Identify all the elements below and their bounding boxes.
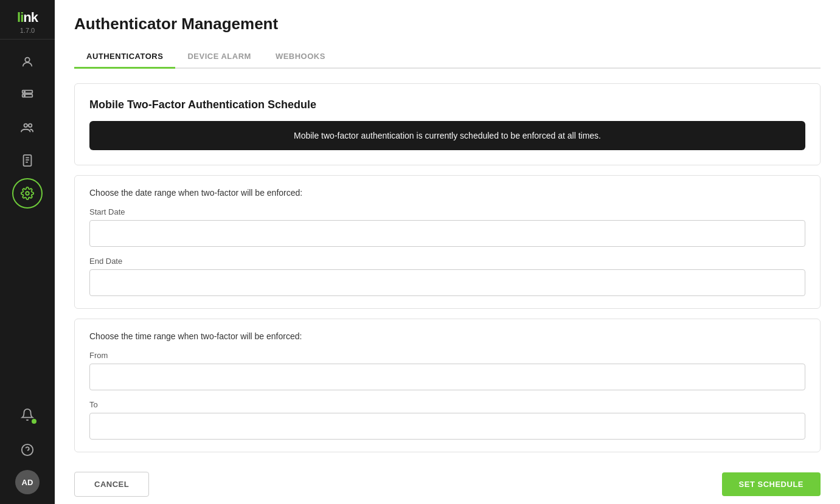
- start-date-label: Start Date: [89, 207, 805, 216]
- user-avatar[interactable]: AD: [15, 470, 40, 494]
- sidebar-item-documents[interactable]: [12, 145, 43, 176]
- sidebar: link 1.7.0: [0, 0, 55, 504]
- sidebar-item-server[interactable]: [12, 80, 43, 110]
- svg-point-11: [26, 192, 29, 195]
- sidebar-item-settings[interactable]: [12, 178, 43, 209]
- from-input[interactable]: [89, 364, 805, 390]
- sidebar-item-notifications[interactable]: [12, 399, 43, 430]
- to-field: To: [89, 400, 805, 440]
- tab-webhooks[interactable]: WEBHOOKS: [263, 46, 338, 69]
- start-date-field: Start Date: [89, 207, 805, 247]
- sidebar-item-groups[interactable]: [12, 112, 43, 143]
- svg-point-5: [24, 124, 28, 128]
- to-input[interactable]: [89, 413, 805, 440]
- time-range-section: Choose the time range when two-factor wi…: [74, 319, 821, 452]
- tab-device-alarm[interactable]: DEVICE ALARM: [175, 46, 263, 69]
- end-date-input[interactable]: [89, 269, 805, 296]
- logo: link: [17, 10, 38, 26]
- group-icon: [21, 121, 34, 134]
- to-label: To: [89, 400, 805, 409]
- server-icon: [21, 88, 34, 102]
- start-date-input[interactable]: [89, 220, 805, 247]
- date-range-section: Choose the date range when two-factor wi…: [74, 175, 821, 309]
- logo-area: link 1.7.0: [0, 0, 55, 40]
- sidebar-bottom: AD: [12, 392, 43, 504]
- svg-point-4: [24, 95, 26, 96]
- from-field: From: [89, 351, 805, 390]
- main-content: Authenticator Management AUTHENTICATORS …: [55, 0, 840, 504]
- action-bar: CANCEL SET SCHEDULE: [74, 462, 821, 497]
- date-section-label: Choose the date range when two-factor wi…: [89, 188, 805, 198]
- page-title: Authenticator Management: [74, 15, 821, 33]
- tabs-bar: AUTHENTICATORS DEVICE ALARM WEBHOOKS: [74, 46, 821, 69]
- svg-point-6: [29, 124, 32, 128]
- auth-schedule-card: Mobile Two-Factor Authentication Schedul…: [74, 83, 821, 165]
- cancel-button[interactable]: CANCEL: [74, 472, 149, 497]
- time-section-label: Choose the time range when two-factor wi…: [89, 331, 805, 341]
- svg-point-0: [25, 58, 29, 62]
- document-icon: [21, 154, 34, 167]
- end-date-label: End Date: [89, 257, 805, 266]
- sidebar-item-help[interactable]: [12, 435, 43, 465]
- info-banner: Mobile two-factor authentication is curr…: [89, 121, 805, 150]
- help-icon: [21, 443, 34, 457]
- version-label: 1.7.0: [20, 27, 35, 34]
- sidebar-nav: [0, 40, 55, 392]
- settings-icon: [21, 187, 34, 200]
- card-title: Mobile Two-Factor Authentication Schedul…: [89, 98, 805, 111]
- svg-point-3: [24, 91, 26, 92]
- from-label: From: [89, 351, 805, 360]
- user-icon: [21, 55, 34, 69]
- tab-authenticators[interactable]: AUTHENTICATORS: [74, 46, 175, 69]
- end-date-field: End Date: [89, 257, 805, 296]
- notification-dot: [32, 419, 36, 424]
- set-schedule-button[interactable]: SET SCHEDULE: [722, 472, 821, 496]
- sidebar-item-user[interactable]: [12, 47, 43, 77]
